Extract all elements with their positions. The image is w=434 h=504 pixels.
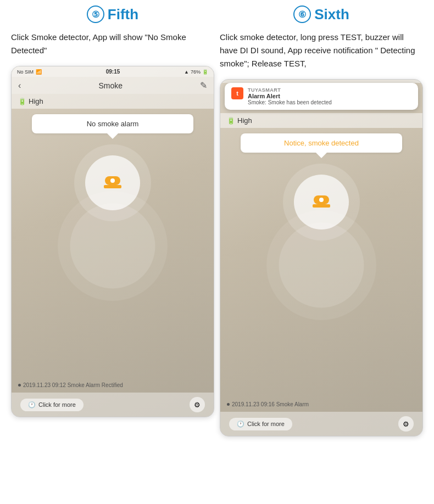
sixth-column: ⑥ Sixth Click smoke detector, long press… — [220, 5, 423, 436]
fifth-signal-icon: ▲ — [184, 69, 189, 75]
svg-point-11 — [319, 198, 324, 202]
fifth-description: Click Smoke detector, App will show "No … — [11, 31, 214, 57]
fifth-smoke-icon — [101, 171, 125, 195]
fifth-no-sim: No SIM — [17, 69, 34, 75]
fifth-circle-num: ⑤ — [87, 5, 104, 23]
svg-point-5 — [110, 178, 115, 183]
sixth-high-badge: 🔋 High — [220, 113, 422, 128]
sixth-alarm-text: Notice, smoke detected — [284, 139, 359, 147]
fifth-app-title: Smoke — [98, 81, 123, 90]
fifth-bottom-buttons: 🕐 Click for more ⚙ — [12, 393, 214, 417]
fifth-alarm-bubble: No smoke alarm — [32, 114, 193, 133]
fifth-click-more-label: Click for more — [38, 401, 76, 408]
fifth-battery-icon: 🔋 — [202, 69, 208, 75]
fifth-app-header: ‹ Smoke ✎ — [12, 77, 214, 94]
fifth-battery-green: 🔋 — [18, 98, 26, 105]
fifth-phone-mockup: No SIM 📶 09:15 ▲ 76% 🔋 ‹ Smoke ✎ — [11, 66, 214, 417]
fifth-column: ⑤ Fifth Click Smoke detector, App will s… — [11, 5, 214, 436]
sixth-clock-icon: 🕐 — [237, 421, 244, 428]
sixth-dot — [227, 403, 230, 406]
sixth-click-more-button[interactable]: 🕐 Click for more — [229, 418, 292, 430]
sixth-inner-circle — [294, 175, 349, 229]
fifth-battery-pct: 76% — [191, 69, 201, 75]
sixth-settings-button[interactable]: ⚙ — [398, 416, 414, 432]
fifth-settings-button[interactable]: ⚙ — [190, 397, 205, 412]
main-container: ⑤ Fifth Click Smoke detector, App will s… — [0, 0, 434, 442]
fifth-dot — [18, 384, 21, 387]
sixth-circle-num: ⑥ — [293, 5, 311, 23]
sixth-phone-mockup: t TUYASMART Alarm Alert Smoke: Smoke has… — [220, 79, 423, 436]
fifth-click-more-button[interactable]: 🕐 Click for more — [20, 399, 84, 411]
sixth-outer-circle — [283, 164, 360, 240]
fifth-wifi-icon: 📶 — [36, 69, 42, 75]
fifth-screen-content: No smoke alarm — [12, 114, 214, 378]
fifth-detector-area — [12, 144, 214, 221]
fifth-bottom-info: 2019.11.23 09:12 Smoke Alarm Rectified — [12, 378, 214, 390]
fifth-title: Fifth — [108, 6, 138, 23]
sixth-smoke-icon — [309, 190, 333, 214]
sixth-battery-green: 🔋 — [227, 117, 235, 125]
sixth-app-name: TUYASMART — [248, 87, 411, 93]
fifth-header: ⑤ Fifth — [87, 5, 138, 23]
sixth-notif-content: TUYASMART Alarm Alert Smoke: Smoke has b… — [248, 87, 411, 105]
fifth-alarm-text: No smoke alarm — [87, 120, 139, 128]
sixth-gear-icon: ⚙ — [403, 420, 409, 428]
fifth-phone-screen: No SIM 📶 09:15 ▲ 76% 🔋 ‹ Smoke ✎ — [12, 66, 214, 417]
fifth-log-text: 2019.11.23 09:12 Smoke Alarm Rectified — [23, 382, 123, 388]
fifth-inner-circle — [85, 155, 140, 210]
sixth-screen-content: Notice, smoke detected — [220, 133, 422, 397]
fifth-edit-icon[interactable]: ✎ — [200, 80, 207, 91]
fifth-outer-circle — [74, 144, 151, 221]
fifth-status-right: ▲ 76% 🔋 — [184, 69, 208, 75]
sixth-notification-popup: t TUYASMART Alarm Alert Smoke: Smoke has… — [225, 83, 418, 110]
sixth-high-text: High — [237, 116, 252, 125]
fifth-back-arrow[interactable]: ‹ — [18, 81, 21, 91]
sixth-notif-title: Alarm Alert — [248, 93, 411, 99]
fifth-gear-icon: ⚙ — [194, 401, 201, 409]
sixth-log-text: 2019.11.23 09:16 Smoke Alarm — [232, 401, 309, 407]
sixth-bottom-buttons: 🕐 Click for more ⚙ — [220, 412, 422, 436]
sixth-description: Click smoke detector, long press TEST, b… — [220, 31, 423, 70]
sixth-bottom-info: 2019.11.23 09:16 Smoke Alarm — [220, 397, 422, 410]
fifth-high-text: High — [29, 97, 43, 105]
sixth-notif-body: Smoke: Smoke has been detected — [248, 99, 411, 105]
fifth-time: 09:15 — [106, 69, 120, 75]
sixth-tuya-logo: t — [231, 87, 243, 99]
fifth-status-left: No SIM 📶 — [17, 69, 42, 75]
sixth-title: Sixth — [314, 6, 349, 23]
sixth-detector-area — [220, 164, 422, 240]
fifth-status-bar: No SIM 📶 09:15 ▲ 76% 🔋 — [12, 66, 214, 77]
sixth-click-more-label: Click for more — [247, 421, 285, 427]
fifth-clock-icon: 🕐 — [28, 401, 36, 408]
sixth-header: ⑥ Sixth — [293, 5, 349, 23]
sixth-phone-screen: t TUYASMART Alarm Alert Smoke: Smoke has… — [220, 83, 422, 436]
fifth-high-badge: 🔋 High — [12, 94, 214, 109]
sixth-alarm-bubble: Notice, smoke detected — [241, 133, 402, 153]
